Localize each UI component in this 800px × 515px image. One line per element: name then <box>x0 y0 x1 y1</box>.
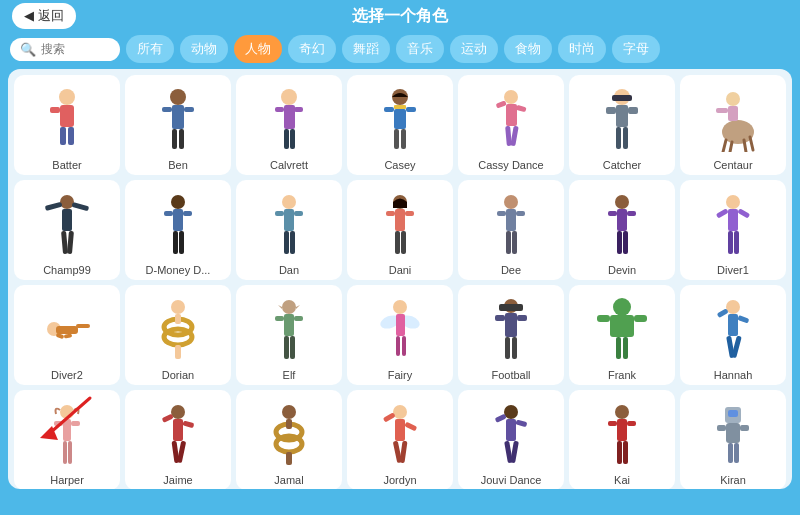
sprite-name: Diver1 <box>717 264 749 276</box>
search-input[interactable] <box>41 42 111 56</box>
category-fantasy[interactable]: 奇幻 <box>288 35 336 63</box>
sprite-card-dorian[interactable]: Dorian <box>125 285 231 385</box>
sprite-card-kiran[interactable]: Kiran <box>680 390 786 489</box>
svg-rect-148 <box>404 421 417 431</box>
svg-rect-4 <box>68 127 74 145</box>
sprite-card-dmoney[interactable]: D-Money D... <box>125 180 231 280</box>
svg-rect-31 <box>612 95 632 101</box>
svg-rect-9 <box>172 129 177 149</box>
sprite-card-hannah[interactable]: Hannah <box>680 285 786 385</box>
sprite-name: Ben <box>168 159 188 171</box>
svg-rect-54 <box>183 211 192 216</box>
svg-rect-76 <box>617 209 627 231</box>
sprite-card-batter[interactable]: Batter <box>14 75 120 175</box>
sprite-card-champ99[interactable]: Champ99 <box>14 180 120 280</box>
svg-rect-64 <box>395 209 405 231</box>
svg-rect-131 <box>71 421 80 426</box>
sprite-card-catcher[interactable]: Catcher <box>569 75 675 175</box>
sprite-name: Dani <box>389 264 412 276</box>
svg-rect-82 <box>728 209 738 231</box>
svg-rect-143 <box>286 419 292 429</box>
sprite-card-calvrett[interactable]: Calvrett <box>236 75 342 175</box>
back-label: 返回 <box>38 7 64 25</box>
sprite-card-cassy-dance[interactable]: Cassy Dance <box>458 75 564 175</box>
sprite-name: Kiran <box>720 474 746 486</box>
sprite-image <box>684 81 782 157</box>
svg-rect-107 <box>396 336 400 356</box>
svg-rect-118 <box>597 315 610 322</box>
search-box[interactable]: 🔍 <box>10 38 120 61</box>
svg-rect-23 <box>401 129 406 149</box>
svg-rect-146 <box>395 419 405 441</box>
back-button[interactable]: ◀ 返回 <box>12 3 76 29</box>
svg-rect-101 <box>284 336 289 359</box>
sprite-card-frank[interactable]: Frank <box>569 285 675 385</box>
sprite-card-jouvi-dance[interactable]: Jouvi Dance <box>458 390 564 489</box>
svg-rect-25 <box>506 104 517 126</box>
sprite-name: Jamal <box>274 474 303 486</box>
sprite-card-diver2[interactable]: Diver2 <box>14 285 120 385</box>
sprite-grid: Batter Ben <box>14 75 786 489</box>
svg-rect-99 <box>275 316 284 321</box>
category-letters[interactable]: 字母 <box>612 35 660 63</box>
category-food[interactable]: 食物 <box>504 35 552 63</box>
sprite-name: Diver2 <box>51 369 83 381</box>
sprite-gallery[interactable]: Batter Ben <box>8 69 792 489</box>
svg-rect-106 <box>396 314 405 336</box>
sprite-name: Frank <box>608 369 636 381</box>
sprite-card-football[interactable]: Football <box>458 285 564 385</box>
sprite-card-elf[interactable]: Elf <box>236 285 342 385</box>
sprite-name: Batter <box>52 159 81 171</box>
category-people[interactable]: 人物 <box>234 35 282 63</box>
svg-rect-84 <box>737 208 750 218</box>
sprite-card-centaur[interactable]: Centaur <box>680 75 786 175</box>
sprite-card-jordyn[interactable]: Jordyn <box>347 390 453 489</box>
sprite-image <box>18 81 116 157</box>
svg-rect-61 <box>284 231 289 254</box>
svg-point-81 <box>726 195 740 209</box>
sprite-card-jaime[interactable]: Jaime <box>125 390 231 489</box>
svg-point-151 <box>504 405 518 419</box>
svg-point-103 <box>393 300 407 314</box>
sprite-card-casey[interactable]: Casey <box>347 75 453 175</box>
svg-rect-66 <box>405 211 414 216</box>
svg-point-24 <box>504 90 518 104</box>
sprite-card-dan[interactable]: Dan <box>236 180 342 280</box>
svg-rect-152 <box>506 419 516 441</box>
svg-point-128 <box>60 405 74 419</box>
sprite-card-fairy[interactable]: Fairy <box>347 285 453 385</box>
svg-rect-165 <box>726 423 740 443</box>
category-animals[interactable]: 动物 <box>180 35 228 63</box>
category-all[interactable]: 所有 <box>126 35 174 63</box>
svg-rect-162 <box>623 441 628 464</box>
svg-rect-77 <box>608 211 617 216</box>
category-dance[interactable]: 舞蹈 <box>342 35 390 63</box>
svg-rect-108 <box>402 336 406 356</box>
svg-rect-35 <box>616 127 621 149</box>
title-bar: ◀ 返回 选择一个角色 <box>0 0 800 31</box>
svg-rect-123 <box>728 314 738 336</box>
sprite-card-kai[interactable]: Kai <box>569 390 675 489</box>
category-sports[interactable]: 运动 <box>450 35 498 63</box>
sprite-card-jamal[interactable]: Jamal <box>236 390 342 489</box>
svg-rect-83 <box>716 208 729 218</box>
svg-rect-166 <box>717 425 726 431</box>
category-fashion[interactable]: 时尚 <box>558 35 606 63</box>
svg-point-51 <box>171 195 185 209</box>
svg-rect-160 <box>627 421 636 426</box>
sprite-name: Elf <box>283 369 296 381</box>
sprite-card-dani[interactable]: Dani <box>347 180 453 280</box>
sprite-card-dee[interactable]: Dee <box>458 180 564 280</box>
svg-rect-136 <box>162 413 174 422</box>
svg-rect-18 <box>394 105 406 109</box>
svg-rect-164 <box>728 410 738 417</box>
sprite-card-harper[interactable]: Harper <box>14 390 120 489</box>
sprite-card-devin[interactable]: Devin <box>569 180 675 280</box>
sprite-card-ben[interactable]: Ben <box>125 75 231 175</box>
sprite-card-diver1[interactable]: Diver1 <box>680 180 786 280</box>
category-music[interactable]: 音乐 <box>396 35 444 63</box>
page-title: 选择一个角色 <box>0 6 800 27</box>
svg-rect-29 <box>510 125 518 146</box>
svg-rect-60 <box>294 211 303 216</box>
svg-line-42 <box>730 142 732 152</box>
